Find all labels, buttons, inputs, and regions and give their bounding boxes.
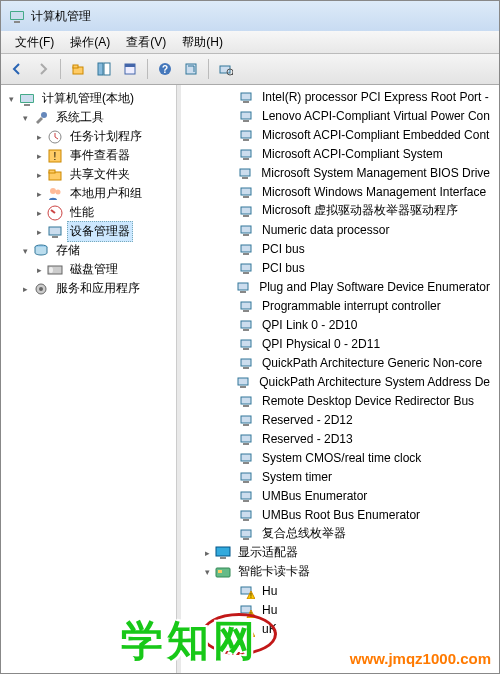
svc-icon — [33, 281, 49, 297]
expander-icon[interactable]: ▸ — [33, 131, 45, 143]
device-item[interactable]: PCI bus — [181, 239, 499, 258]
device-category[interactable]: ▸显示适配器 — [181, 543, 499, 562]
expander-icon[interactable]: ▾ — [19, 112, 31, 124]
device-item[interactable]: Microsoft Windows Management Interface — [181, 182, 499, 201]
tree-item[interactable]: ▸共享文件夹 — [1, 165, 176, 184]
device-item[interactable]: Lenovo ACPI-Compliant Virtual Power Con — [181, 106, 499, 125]
up-button[interactable] — [66, 57, 90, 81]
device-item[interactable]: !Hu — [181, 600, 499, 619]
tree-category[interactable]: ▾系统工具 — [1, 108, 176, 127]
device-item[interactable]: System timer — [181, 467, 499, 486]
svg-rect-16 — [21, 95, 33, 102]
tree-item[interactable]: ▸本地用户和组 — [1, 184, 176, 203]
expander-icon[interactable]: ▸ — [33, 207, 45, 219]
tools-icon — [33, 110, 49, 126]
device-item[interactable]: QPI Link 0 - 2D10 — [181, 315, 499, 334]
device-icon — [239, 184, 255, 200]
expander-icon[interactable]: ▸ — [33, 188, 45, 200]
toolbar: ? — [1, 54, 499, 85]
scan-button[interactable] — [214, 57, 238, 81]
expander-icon[interactable]: ▾ — [5, 93, 17, 105]
svg-rect-69 — [243, 424, 249, 426]
mmc-window: 计算机管理 文件(F) 操作(A) 查看(V) 帮助(H) ? ▾计算机管理(本… — [0, 0, 500, 674]
expander-icon[interactable]: ▸ — [33, 264, 45, 276]
sched-icon — [47, 129, 63, 145]
console-tree-button[interactable] — [92, 57, 116, 81]
expander-icon[interactable]: ▸ — [33, 226, 45, 238]
svg-rect-71 — [243, 443, 249, 445]
svg-point-31 — [49, 267, 53, 273]
svg-rect-66 — [241, 397, 251, 404]
expander-icon[interactable]: ▸ — [33, 169, 45, 181]
svg-rect-45 — [243, 196, 249, 198]
device-item[interactable]: QuickPath Architecture Generic Non-core — [181, 353, 499, 372]
forward-button[interactable] — [31, 57, 55, 81]
device-icon — [239, 355, 255, 371]
refresh-button[interactable] — [179, 57, 203, 81]
svg-rect-48 — [241, 226, 251, 233]
svg-rect-46 — [241, 207, 251, 214]
device-item[interactable]: Programmable interrupt controller — [181, 296, 499, 315]
device-icon — [239, 203, 255, 219]
back-button[interactable] — [5, 57, 29, 81]
device-category[interactable]: ▾智能卡读卡器 — [181, 562, 499, 581]
device-item[interactable]: Plug and Play Software Device Enumerator — [181, 277, 499, 296]
svg-rect-61 — [243, 348, 249, 350]
svg-rect-27 — [49, 227, 61, 235]
device-item[interactable]: Microsoft 虚拟驱动器枚举器驱动程序 — [181, 201, 499, 220]
tree-root[interactable]: ▾计算机管理(本地) — [1, 89, 176, 108]
device-item[interactable]: UMBus Root Bus Enumerator — [181, 505, 499, 524]
expander-icon[interactable]: ▾ — [19, 245, 31, 257]
menu-help[interactable]: 帮助(H) — [174, 32, 231, 53]
expander-icon[interactable]: ▾ — [201, 566, 213, 578]
tree-item[interactable]: ▸任务计划程序 — [1, 127, 176, 146]
device-item[interactable]: PCI bus — [181, 258, 499, 277]
expander-icon[interactable]: ▸ — [19, 283, 31, 295]
device-item[interactable]: !uK — [181, 619, 499, 638]
device-item[interactable]: QPI Physical 0 - 2D11 — [181, 334, 499, 353]
device-item[interactable]: !Hu — [181, 581, 499, 600]
device-item[interactable]: Reserved - 2D12 — [181, 410, 499, 429]
device-item[interactable]: UMBus Enumerator — [181, 486, 499, 505]
device-item[interactable]: Microsoft System Management BIOS Drive — [181, 163, 499, 182]
device-item[interactable]: Intel(R) processor PCI Express Root Port… — [181, 87, 499, 106]
menu-view[interactable]: 查看(V) — [118, 32, 174, 53]
titlebar[interactable]: 计算机管理 — [1, 1, 499, 31]
separator — [60, 59, 61, 79]
device-item[interactable]: QuickPath Architecture System Address De — [181, 372, 499, 391]
expander-icon[interactable]: ▸ — [201, 547, 213, 559]
svg-rect-62 — [241, 359, 251, 366]
device-icon — [239, 241, 255, 257]
svg-rect-35 — [243, 101, 249, 103]
help-button[interactable]: ? — [153, 57, 177, 81]
svg-rect-82 — [216, 547, 230, 556]
menu-action[interactable]: 操作(A) — [62, 32, 118, 53]
svg-rect-63 — [243, 367, 249, 369]
properties-button[interactable] — [118, 57, 142, 81]
svg-rect-74 — [241, 473, 251, 480]
tree-category[interactable]: ▾存储 — [1, 241, 176, 260]
device-item[interactable]: Remote Desktop Device Redirector Bus — [181, 391, 499, 410]
tree-item[interactable]: ▸性能 — [1, 203, 176, 222]
device-item[interactable]: System CMOS/real time clock — [181, 448, 499, 467]
menu-file[interactable]: 文件(F) — [7, 32, 62, 53]
tree-item[interactable]: ▸!事件查看器 — [1, 146, 176, 165]
tree-item[interactable]: ▸设备管理器 — [1, 222, 176, 241]
device-item[interactable]: 复合总线枚举器 — [181, 524, 499, 543]
device-icon — [239, 108, 255, 124]
device-item[interactable]: Microsoft ACPI-Compliant Embedded Cont — [181, 125, 499, 144]
device-icon — [239, 526, 255, 542]
device-icon — [239, 222, 255, 238]
device-icon — [239, 412, 255, 428]
svg-rect-55 — [240, 291, 246, 293]
svg-rect-81 — [243, 538, 249, 540]
device-item[interactable]: Reserved - 2D13 — [181, 429, 499, 448]
tree-category[interactable]: ▸服务和应用程序 — [1, 279, 176, 298]
device-item[interactable]: Microsoft ACPI-Compliant System — [181, 144, 499, 163]
tree-item[interactable]: ▸磁盘管理 — [1, 260, 176, 279]
svg-rect-8 — [125, 64, 135, 67]
expander-icon[interactable]: ▸ — [33, 150, 45, 162]
right-device-pane[interactable]: Intel(R) processor PCI Express Root Port… — [181, 85, 499, 673]
device-item[interactable]: Numeric data processor — [181, 220, 499, 239]
left-tree-pane[interactable]: ▾计算机管理(本地)▾系统工具▸任务计划程序▸!事件查看器▸共享文件夹▸本地用户… — [1, 85, 177, 673]
